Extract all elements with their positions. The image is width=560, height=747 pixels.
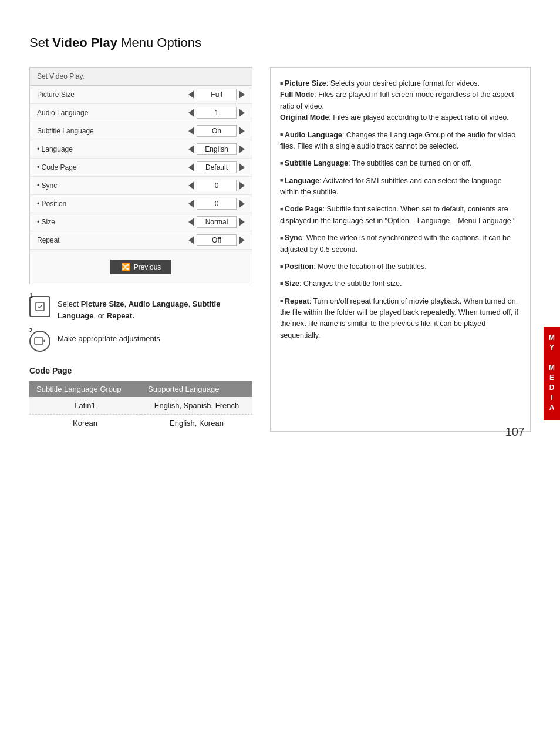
arrow-right-subtitle-language[interactable] bbox=[239, 127, 245, 135]
menu-label-position: • Position bbox=[37, 200, 113, 208]
step-2-text: Make appropriate adjustments. bbox=[58, 331, 162, 345]
step-1-row: 1 Select Picture Size, Audio Language, S… bbox=[29, 296, 252, 321]
col-header-group: Subtitle Language Group bbox=[29, 381, 141, 397]
desc-bold-picture-size: Picture Size bbox=[285, 79, 326, 88]
menu-label-audio-language: Audio Language bbox=[37, 109, 113, 117]
menu-control-sync: 0 bbox=[188, 180, 245, 191]
menu-value-picture-size: Full bbox=[197, 89, 237, 100]
desc-bold-code-page: Code Page bbox=[285, 205, 323, 213]
menu-label-language: • Language bbox=[37, 145, 113, 153]
menu-box-title: Set Video Play. bbox=[30, 68, 252, 86]
arrow-left-sync[interactable] bbox=[188, 181, 194, 190]
arrow-left-audio-language[interactable] bbox=[188, 109, 194, 117]
arrow-right-picture-size[interactable] bbox=[239, 90, 245, 99]
code-page-section: Code Page Subtitle Language Group Suppor… bbox=[29, 366, 252, 432]
arrow-right-size[interactable] bbox=[239, 218, 245, 226]
arrow-left-code-page[interactable] bbox=[188, 163, 194, 171]
menu-row-sync: • Sync 0 bbox=[30, 177, 252, 195]
desc-bold-audio-language: Audio Language bbox=[285, 131, 342, 139]
main-content: Set Video Play Menu Options Set Video Pl… bbox=[0, 0, 560, 455]
menu-value-size: Normal bbox=[197, 216, 237, 228]
title-suffix: Menu Options bbox=[117, 35, 201, 50]
arrow-left-repeat[interactable] bbox=[188, 236, 194, 244]
previous-icon: 🔀 bbox=[121, 263, 130, 271]
arrow-right-language[interactable] bbox=[239, 145, 245, 153]
menu-control-picture-size: Full bbox=[188, 89, 245, 100]
menu-label-repeat: Repeat bbox=[37, 236, 113, 244]
menu-value-repeat: Off bbox=[197, 234, 237, 246]
arrow-left-size[interactable] bbox=[188, 218, 194, 226]
menu-value-language: English bbox=[197, 143, 237, 155]
table-row: Latin1 English, Spanish, French bbox=[29, 397, 252, 415]
arrow-right-audio-language[interactable] bbox=[239, 109, 245, 117]
previous-button-label: Previous bbox=[134, 263, 161, 271]
menu-control-size: Normal bbox=[188, 216, 245, 228]
menu-value-position: 0 bbox=[197, 198, 237, 210]
desc-bold-repeat: Repeat bbox=[285, 297, 309, 305]
arrow-left-language[interactable] bbox=[188, 145, 194, 153]
step-2-svg bbox=[34, 337, 46, 346]
table-cell-supported-korean: English, Korean bbox=[141, 415, 252, 432]
page-title: Set Video Play Menu Options bbox=[29, 35, 531, 51]
menu-control-code-page: Default bbox=[188, 161, 245, 173]
menu-label-code-page: • Code Page bbox=[37, 163, 113, 171]
menu-control-subtitle-language: On bbox=[188, 125, 245, 137]
menu-control-repeat: Off bbox=[188, 234, 245, 246]
arrow-right-repeat[interactable] bbox=[239, 236, 245, 244]
arrow-right-position[interactable] bbox=[239, 200, 245, 208]
steps-area: 1 Select Picture Size, Audio Language, S… bbox=[29, 296, 252, 352]
menu-row-subtitle-language: Subtitle Language On bbox=[30, 122, 252, 140]
arrow-right-code-page[interactable] bbox=[239, 163, 245, 171]
arrow-left-subtitle-language[interactable] bbox=[188, 127, 194, 135]
menu-value-sync: 0 bbox=[197, 180, 237, 191]
desc-bold-subtitle-language: Subtitle Language bbox=[285, 159, 348, 167]
menu-row-audio-language: Audio Language 1 bbox=[30, 104, 252, 122]
two-col-layout: Set Video Play. Picture Size Full Audio … bbox=[29, 67, 531, 432]
desc-bold-sync: Sync bbox=[285, 234, 302, 242]
table-cell-group-korean: Korean bbox=[29, 415, 141, 432]
menu-row-picture-size: Picture Size Full bbox=[30, 86, 252, 104]
menu-label-picture-size: Picture Size bbox=[37, 90, 113, 99]
desc-sync: Sync: When the video is not synchronized… bbox=[280, 233, 521, 255]
previous-row: 🔀 Previous bbox=[30, 250, 252, 284]
desc-bold-size: Size bbox=[285, 280, 299, 288]
step-1-svg bbox=[35, 301, 45, 312]
step-2-icon: 2 bbox=[29, 331, 50, 352]
desc-bold-position: Position bbox=[285, 263, 313, 271]
arrow-right-sync[interactable] bbox=[239, 181, 245, 190]
code-page-table: Subtitle Language Group Supported Langua… bbox=[29, 381, 252, 432]
table-row: Korean English, Korean bbox=[29, 415, 252, 432]
previous-button[interactable]: 🔀 Previous bbox=[110, 260, 172, 274]
step-1-num: 1 bbox=[29, 292, 33, 299]
menu-label-sync: • Sync bbox=[37, 181, 113, 190]
menu-label-subtitle-language: Subtitle Language bbox=[37, 127, 113, 135]
menu-box: Set Video Play. Picture Size Full Audio … bbox=[29, 67, 252, 284]
page-number: 107 bbox=[505, 425, 525, 439]
menu-label-size: • Size bbox=[37, 218, 113, 226]
arrow-left-position[interactable] bbox=[188, 200, 194, 208]
title-bold: Video Play bbox=[52, 35, 117, 50]
svg-rect-1 bbox=[35, 338, 43, 344]
menu-value-code-page: Default bbox=[197, 161, 237, 173]
menu-control-language: English bbox=[188, 143, 245, 155]
desc-picture-size: Picture Size: Selects your desired pictu… bbox=[280, 78, 521, 124]
step-1-icon: 1 bbox=[29, 296, 50, 317]
desc-repeat: Repeat: Turn on/off repeat function of m… bbox=[280, 296, 521, 342]
menu-row-repeat: Repeat Off bbox=[30, 231, 252, 250]
table-cell-group-latin1: Latin1 bbox=[29, 397, 141, 415]
menu-value-audio-language: 1 bbox=[197, 107, 237, 119]
arrow-left-picture-size[interactable] bbox=[188, 90, 194, 99]
menu-control-position: 0 bbox=[188, 198, 245, 210]
desc-subtitle-language: Subtitle Language: The subtitles can be … bbox=[280, 158, 521, 169]
step-2-num: 2 bbox=[29, 327, 33, 334]
step-2-row: 2 Make appropriate adjustments. bbox=[29, 331, 252, 352]
table-cell-supported-latin1: English, Spanish, French bbox=[141, 397, 252, 415]
desc-audio-language: Audio Language: Changes the Language Gro… bbox=[280, 130, 521, 153]
right-column: Picture Size: Selects your desired pictu… bbox=[270, 67, 531, 432]
menu-row-position: • Position 0 bbox=[30, 195, 252, 213]
code-page-title: Code Page bbox=[29, 366, 252, 375]
desc-position: Position: Move the location of the subti… bbox=[280, 261, 521, 272]
menu-row-size: • Size Normal bbox=[30, 213, 252, 231]
step-1-text: Select Picture Size, Audio Language, Sub… bbox=[58, 296, 252, 321]
menu-row-language: • Language English bbox=[30, 140, 252, 159]
